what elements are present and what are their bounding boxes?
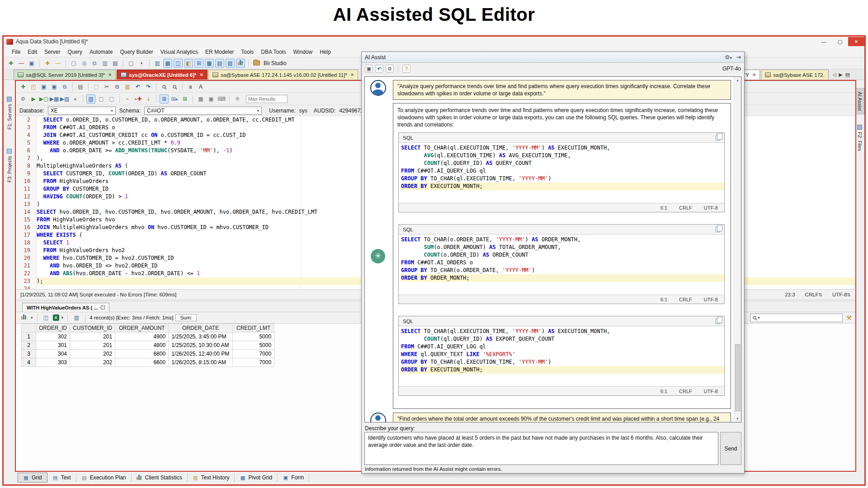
database-select[interactable]: XE ▾ [48,107,116,115]
column-header[interactable]: CUSTOMER_ID [70,324,115,333]
menu-item[interactable]: Visual Analytics [157,47,202,56]
doc-check-icon[interactable]: ▢ [107,94,116,103]
view-grid-icon[interactable]: ▦ [163,59,172,68]
tab-scroll-left-icon[interactable]: ◁ [832,72,836,78]
row-count-icon[interactable]: ▦ [196,94,205,103]
table-row[interactable]: 430320266001/26/2025, 8:15:00 AM7000 [22,358,274,367]
execute-icon[interactable]: ▶ [29,94,38,103]
column-header[interactable]: ORDER_AMOUNT [115,324,169,333]
decrease-font-icon[interactable]: a [186,82,195,91]
menu-item[interactable]: Server [41,47,64,56]
sidebar-tab-servers[interactable]: F1: Servers [4,94,15,133]
tab-sybase[interactable]: sa@Sybase ASE 172.24.1.145 v16.00.02 [Un… [208,70,358,80]
tab-close-icon[interactable]: ✕ [350,72,354,77]
copy-icon[interactable] [716,135,720,141]
menu-item[interactable]: Query [64,47,86,56]
scroll-up-icon[interactable]: ▲ [734,77,741,84]
menu-item[interactable]: DBA Tools [257,47,289,56]
reconnect-icon[interactable]: ⌁✚ [133,94,142,103]
save-all-icon[interactable]: ⧉ [60,82,69,91]
sidebar-tab-ai-assist[interactable]: AI Assist [855,88,864,114]
new-document-icon[interactable]: ▢ [127,59,136,68]
query-docs-icon[interactable]: ⧉ [90,59,99,68]
redo-icon[interactable]: ↷ [144,82,153,91]
execute-explain-icon[interactable]: ▶▧ [60,94,69,103]
sql-code-editor[interactable]: SELECT TO_CHAR(o.ORDER_DATE, 'YYYY-MM') … [399,235,724,295]
increase-font-icon[interactable]: A [196,82,205,91]
new-document-caret-icon[interactable]: ▾ [137,59,146,68]
query-copy-icon[interactable]: ▤ [111,59,120,68]
sql-code-editor[interactable]: SELECT TO_CHAR(ql.EXECUTION_TIME, 'YYYY-… [399,326,724,386]
tab-text-history[interactable]: ▥ Text History [188,473,235,482]
insert-statement-icon[interactable]: ⌨ [217,94,226,103]
execute-script-icon[interactable]: ▶▢ [39,94,48,103]
paste-icon[interactable]: ▥ [123,82,132,91]
save-as-icon[interactable]: ▣ [50,82,59,91]
menu-item[interactable]: Edit [24,47,41,56]
stop-icon[interactable]: ● [71,94,80,103]
table-row[interactable]: 330420268001/26/2025, 12:40:00 PM7000 [22,350,274,358]
view-edit-icon[interactable]: ▩ [205,59,214,68]
menu-item[interactable]: Window [290,47,316,56]
select-icon[interactable]: ⬚ [92,82,101,91]
doc-info-icon[interactable]: ▢ [97,94,106,103]
find-replace-icon[interactable] [170,82,179,91]
table-row[interactable]: 230120148001/25/2025, 10:30:00 AM5000 [22,341,274,350]
menu-item[interactable]: Automate [86,47,116,56]
execute-edit-icon[interactable]: ▶▦ [50,94,59,103]
split-view-icon[interactable]: ◫ [42,313,51,322]
sidebar-tab-projects[interactable]: F3: Projects [4,145,15,186]
menu-item[interactable]: Tools [237,47,257,56]
menu-item[interactable]: ER Modeler [202,47,237,56]
filter-settings-icon[interactable]: ⚒ [846,314,852,321]
connect-plug-icon[interactable]: ⌁ [123,94,132,103]
query-window-icon[interactable]: ▢ [69,59,78,68]
column-header[interactable]: ORDER_DATE [169,324,233,333]
query-input[interactable]: Identify customers who have placed at le… [364,432,718,465]
menu-item[interactable]: File [8,47,24,56]
pin-icon[interactable] [101,305,105,310]
describe-icon[interactable]: ▥ [86,94,95,103]
ai-settings-icon[interactable]: ⚙▾ [725,54,732,61]
tab-client-statistics[interactable]: Client Statistics [132,473,188,482]
column-header[interactable]: ORDER_ID [36,324,70,333]
excel-export-icon[interactable]: X [53,314,59,321]
execute-settings-icon[interactable]: ⚙ [19,94,28,103]
excel-caret-icon[interactable]: ▾ [61,315,64,320]
menu-item[interactable]: Help [316,47,335,56]
register-server-icon[interactable]: ✚ [6,59,15,68]
move-icon[interactable]: ✥ [233,94,242,103]
script-results-icon[interactable]: ▥ [72,313,81,322]
new-file-icon[interactable]: ✚ [19,82,28,91]
tab-text[interactable]: ▤ Text [47,473,76,482]
ai-regenerate-icon[interactable]: ↶ [375,65,383,73]
scroll-down-icon[interactable]: ▼ [734,415,741,422]
cut-icon[interactable]: ✂ [102,82,111,91]
connect-icon[interactable]: ✚ [43,59,52,68]
column-header[interactable]: CREDIT_LMT [233,324,274,333]
chat-scrollbar[interactable]: ▲ ▼ [734,77,741,422]
table-row[interactable]: 130220149001/25/2025, 3:45:00 PM5000 [22,333,274,341]
results-grid-icon[interactable]: ⊞ [160,94,169,103]
results-grid[interactable]: ORDER_ID CUSTOMER_ID ORDER_AMOUNT ORDER_… [21,324,274,367]
tab-scroll-right-icon[interactable]: ▶ [839,72,842,78]
query-find-icon[interactable]: ◎ [80,59,89,68]
tab-oraclexe-active[interactable]: sys@OracleXE [Untitled 6]* ✕ [117,70,208,80]
maximize-button[interactable]: ▢ [832,37,848,46]
open-file-icon[interactable]: ◰ [29,82,38,91]
results-export-icon[interactable]: ⊞ [180,94,189,103]
close-button[interactable]: ✕ [848,37,864,46]
sidebar-tab-files[interactable]: F2: Files [855,122,864,154]
date-format-icon[interactable]: ▣ [207,94,216,103]
scrollbar-thumb[interactable] [735,344,740,411]
tab-pivot-grid[interactable]: ▩ Pivot Grid [235,473,278,482]
tab-list-icon[interactable]: ▤ [845,72,850,78]
tab-sybase-2[interactable]: sa@Sybase ASE 172. [761,70,828,80]
disconnect-icon[interactable]: — [53,59,62,68]
sum-button[interactable]: Sum: [175,314,197,321]
dock-panel-icon[interactable]: ⇥ [736,54,741,61]
query-db-doc-icon[interactable]: ▥ [100,59,109,68]
send-button[interactable]: Send [720,432,741,465]
view-relations-icon[interactable]: ▧ [226,59,235,68]
tab-close-icon[interactable]: ✕ [108,72,112,77]
